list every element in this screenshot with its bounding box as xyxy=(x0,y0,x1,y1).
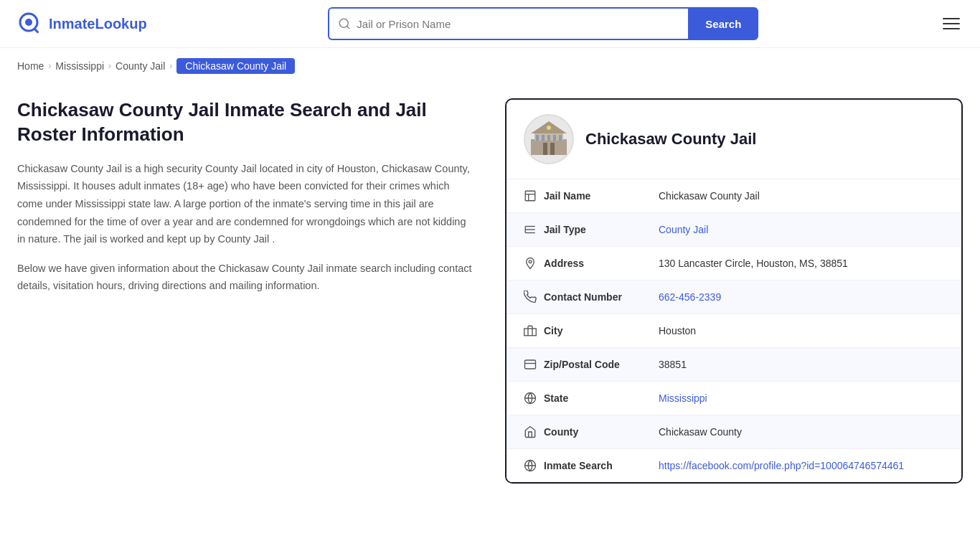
breadcrumb-current: Chickasaw County Jail xyxy=(176,58,295,74)
separator-2: › xyxy=(108,61,111,71)
state-icon xyxy=(524,392,544,405)
logo-text: InmateLookup xyxy=(49,16,147,32)
info-row-inmate-search: Inmate Search https://facebook.com/profi… xyxy=(507,449,961,482)
zip-value: 38851 xyxy=(659,359,687,370)
jail-icon xyxy=(524,189,544,202)
separator-3: › xyxy=(169,61,172,71)
search-input[interactable] xyxy=(357,18,679,30)
info-row-address: Address 130 Lancaster Circle, Houston, M… xyxy=(507,247,961,281)
contact-label: Contact Number xyxy=(544,291,659,303)
zip-label: Zip/Postal Code xyxy=(544,359,659,370)
city-icon xyxy=(524,324,544,337)
info-row-zip: Zip/Postal Code 38851 xyxy=(507,348,961,382)
svg-point-1 xyxy=(25,19,32,26)
inmate-search-link[interactable]: https://facebook.com/profile.php?id=1000… xyxy=(659,460,904,471)
city-value: Houston xyxy=(659,325,696,336)
info-row-state: State Mississippi xyxy=(507,382,961,415)
info-card-title: Chickasaw County Jail xyxy=(585,130,756,149)
address-value: 130 Lancaster Circle, Houston, MS, 38851 xyxy=(659,258,848,269)
menu-line-2 xyxy=(943,23,960,24)
separator-1: › xyxy=(48,61,51,71)
address-label: Address xyxy=(544,258,659,269)
svg-rect-5 xyxy=(531,139,567,155)
main-content: Chickasaw County Jail Inmate Search and … xyxy=(0,84,980,512)
jail-type-link[interactable]: County Jail xyxy=(659,224,708,235)
city-label: City xyxy=(544,325,659,336)
svg-rect-2 xyxy=(34,28,39,34)
svg-rect-10 xyxy=(536,135,539,141)
inmate-search-icon xyxy=(524,459,544,472)
inmate-search-value: https://facebook.com/profile.php?id=1000… xyxy=(659,460,904,471)
info-row-county: County Chickasaw County xyxy=(507,415,961,449)
search-wrapper xyxy=(328,7,688,40)
svg-rect-9 xyxy=(550,143,555,155)
county-label: County xyxy=(544,426,659,438)
svg-rect-24 xyxy=(524,329,537,336)
info-row-contact: Contact Number 662-456-2339 xyxy=(507,281,961,314)
page-heading: Chickasaw County Jail Inmate Search and … xyxy=(17,98,476,147)
header: InmateLookup Search xyxy=(0,0,980,48)
svg-line-4 xyxy=(347,26,349,28)
search-icon xyxy=(338,17,351,30)
menu-line-3 xyxy=(943,28,960,29)
svg-rect-14 xyxy=(553,135,556,141)
svg-rect-8 xyxy=(543,143,547,155)
svg-rect-25 xyxy=(525,360,536,369)
jail-name-value: Chickasaw County Jail xyxy=(659,190,760,202)
info-table: Jail Name Chickasaw County Jail Jail Typ… xyxy=(507,179,961,482)
info-row-jail-name: Jail Name Chickasaw County Jail xyxy=(507,179,961,213)
zip-icon xyxy=(524,358,544,371)
svg-rect-13 xyxy=(542,135,545,141)
jail-avatar xyxy=(524,114,574,164)
state-label: State xyxy=(544,392,659,404)
county-value: Chickasaw County xyxy=(659,426,742,438)
inmate-search-label: Inmate Search xyxy=(544,460,659,471)
info-card-header: Chickasaw County Jail xyxy=(507,100,961,179)
description-paragraph-2: Below we have given information about th… xyxy=(17,260,476,295)
breadcrumb-mississippi[interactable]: Mississippi xyxy=(55,60,104,72)
logo-link[interactable]: InmateLookup xyxy=(17,11,147,37)
contact-value: 662-456-2339 xyxy=(659,291,721,303)
left-panel: Chickasaw County Jail Inmate Search and … xyxy=(17,98,476,306)
state-value: Mississippi xyxy=(659,392,707,404)
svg-rect-16 xyxy=(525,191,535,201)
address-icon xyxy=(524,257,544,270)
breadcrumb: Home › Mississippi › County Jail › Chick… xyxy=(0,48,980,84)
type-icon xyxy=(524,223,544,236)
info-row-city: City Houston xyxy=(507,314,961,348)
svg-rect-11 xyxy=(559,135,562,141)
jail-type-value: County Jail xyxy=(659,224,708,235)
courthouse-image xyxy=(527,118,570,161)
info-row-jail-type: Jail Type County Jail xyxy=(507,213,961,247)
logo-icon xyxy=(17,11,43,37)
menu-line-1 xyxy=(943,18,960,19)
breadcrumb-county-jail[interactable]: County Jail xyxy=(116,60,165,72)
contact-link[interactable]: 662-456-2339 xyxy=(659,291,721,303)
info-card: Chickasaw County Jail Jail Name Chickasa… xyxy=(505,98,963,484)
hamburger-menu-button[interactable] xyxy=(940,15,963,32)
search-area: Search xyxy=(328,7,758,40)
svg-point-23 xyxy=(529,260,532,263)
description-paragraph-1: Chickasaw County Jail is a high security… xyxy=(17,160,476,248)
phone-icon xyxy=(524,291,544,303)
breadcrumb-home[interactable]: Home xyxy=(17,60,44,72)
county-icon xyxy=(524,425,544,438)
jail-type-label: Jail Type xyxy=(544,224,659,235)
search-button[interactable]: Search xyxy=(688,7,758,40)
svg-point-15 xyxy=(547,126,551,130)
jail-name-label: Jail Name xyxy=(544,190,659,202)
state-link[interactable]: Mississippi xyxy=(659,392,707,404)
svg-rect-12 xyxy=(547,135,550,141)
